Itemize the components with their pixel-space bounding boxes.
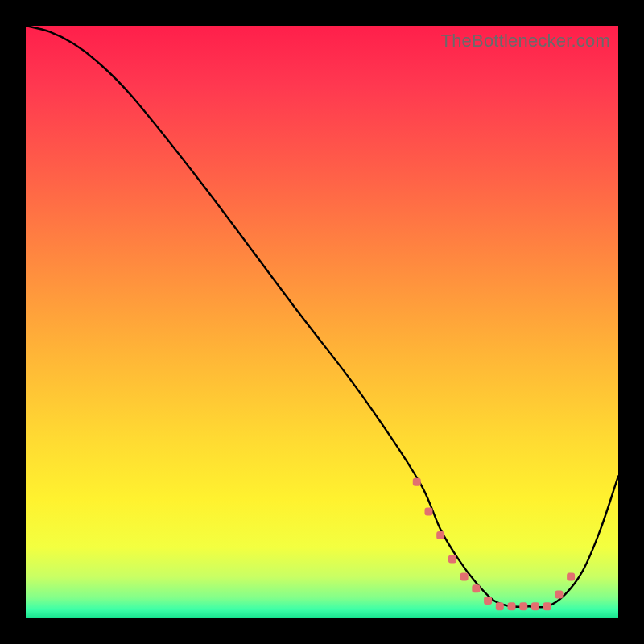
- marker-dot: [543, 602, 551, 610]
- bottleneck-curve: [26, 26, 618, 607]
- marker-dot: [519, 602, 527, 610]
- marker-dot: [424, 508, 432, 516]
- marker-dot: [448, 555, 456, 563]
- marker-dot: [567, 572, 575, 580]
- plot-area: TheBottlenecker.com: [26, 26, 618, 618]
- marker-dot: [508, 602, 516, 610]
- marker-dot: [555, 591, 563, 599]
- curve-layer: [26, 26, 618, 618]
- marker-dots: [413, 478, 575, 611]
- marker-dot: [472, 584, 480, 592]
- marker-dot: [496, 602, 504, 610]
- marker-dot: [413, 478, 421, 486]
- watermark-text: TheBottlenecker.com: [441, 31, 610, 52]
- marker-dot: [484, 597, 492, 605]
- chart-frame: TheBottlenecker.com: [0, 0, 644, 644]
- marker-dot: [531, 602, 539, 610]
- marker-dot: [436, 531, 444, 539]
- marker-dot: [460, 572, 469, 580]
